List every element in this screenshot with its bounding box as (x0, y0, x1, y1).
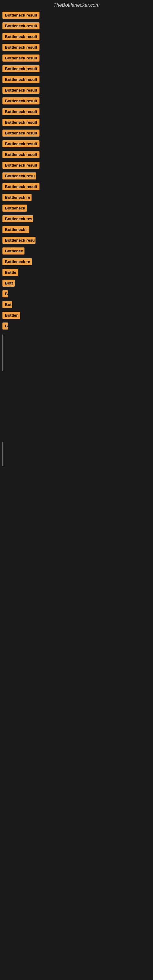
bottleneck-item: Bottleneck result (2, 76, 151, 84)
bottleneck-item: Bottleneck result (2, 119, 151, 127)
bottleneck-label[interactable]: Bottleneck resu (2, 237, 35, 244)
bottleneck-label[interactable]: Bot (2, 301, 12, 308)
bottleneck-label[interactable]: Bottleneck result (2, 44, 40, 51)
bottleneck-label[interactable]: Bottleneck result (2, 151, 40, 158)
bottleneck-item: Bottleneck result (2, 44, 151, 52)
bottleneck-item: Bottleneck result (2, 108, 151, 116)
bottleneck-label[interactable]: Bottleneck result (2, 65, 40, 72)
bottleneck-item: Bottleneck result (2, 140, 151, 148)
bottleneck-item: Bottleneck re (2, 194, 151, 202)
vertical-bar (2, 442, 3, 466)
bottleneck-label[interactable]: Bottleneck result (2, 97, 40, 105)
bottleneck-label[interactable]: Bottleneck result (2, 12, 40, 19)
bottleneck-label[interactable]: Bottleneck resu (2, 172, 36, 180)
bottleneck-label[interactable]: B (2, 323, 8, 329)
bottleneck-label[interactable]: Bottleneck result (2, 22, 40, 29)
vertical-bar (2, 334, 3, 371)
bottleneck-item: Bottleneck re (2, 258, 151, 266)
bottleneck-item: Bottleneck (2, 205, 151, 213)
bottleneck-item: Bottleneck result (2, 162, 151, 170)
site-title: TheBottlenecker.com (0, 0, 153, 10)
bottleneck-label[interactable]: Bottleneck res (2, 215, 33, 222)
bottleneck-label[interactable]: Bottleneck result (2, 119, 40, 126)
bottleneck-label[interactable]: Bottleneck result (2, 130, 40, 137)
bottleneck-label[interactable]: Bottlenec (2, 247, 24, 255)
bottleneck-label[interactable]: Bottlen (2, 312, 20, 319)
bottleneck-label[interactable]: Bottleneck result (2, 183, 40, 190)
bottleneck-label[interactable]: Bottleneck re (2, 194, 32, 201)
bottleneck-label[interactable]: Bottleneck result (2, 108, 40, 115)
bottleneck-label[interactable]: B (2, 290, 8, 298)
bottleneck-item: Bottleneck result (2, 183, 151, 191)
bottleneck-label[interactable]: Bottleneck result (2, 140, 40, 147)
bottom-section (0, 334, 153, 579)
bottleneck-item: Bot (2, 301, 151, 309)
bottleneck-label[interactable]: Bottleneck result (2, 76, 40, 83)
site-title-container: TheBottlenecker.com (0, 0, 153, 10)
bottleneck-label[interactable]: Bottleneck (2, 205, 27, 212)
bottleneck-item: Bottleneck result (2, 54, 151, 63)
bottleneck-label[interactable]: Bottleneck result (2, 33, 40, 40)
bottleneck-item: Bottlenec (2, 247, 151, 256)
bottleneck-item: Bottleneck result (2, 151, 151, 159)
bottleneck-label[interactable]: Bottle (2, 269, 18, 276)
bottleneck-item: Bottleneck result (2, 12, 151, 20)
bottleneck-item: Bottleneck result (2, 33, 151, 41)
bottleneck-item: B (2, 290, 151, 299)
bottleneck-item: Bottleneck result (2, 87, 151, 95)
bottleneck-item: Bottlen (2, 312, 151, 320)
bottleneck-item: Bott (2, 280, 151, 288)
bottleneck-label[interactable]: Bottleneck result (2, 54, 40, 62)
bottleneck-label[interactable]: Bottleneck result (2, 87, 40, 94)
bottleneck-item: Bottle (2, 269, 151, 277)
bottleneck-list: Bottleneck resultBottleneck resultBottle… (0, 10, 153, 334)
bottleneck-item: Bottleneck result (2, 130, 151, 138)
bottleneck-item: Bottleneck res (2, 215, 151, 224)
bottleneck-label[interactable]: Bottleneck re (2, 258, 32, 265)
bottleneck-item: Bottleneck resu (2, 237, 151, 245)
bottleneck-label[interactable]: Bott (2, 280, 15, 286)
bottleneck-label[interactable]: Bottleneck r (2, 226, 29, 233)
bottleneck-item: Bottleneck result (2, 97, 151, 106)
bottleneck-item: Bottleneck result (2, 22, 151, 30)
bottleneck-item: Bottleneck result (2, 65, 151, 73)
bottleneck-item: Bottleneck r (2, 226, 151, 234)
bottleneck-item: B (2, 323, 151, 331)
bottleneck-label[interactable]: Bottleneck result (2, 162, 40, 169)
bottleneck-item: Bottleneck resu (2, 172, 151, 181)
